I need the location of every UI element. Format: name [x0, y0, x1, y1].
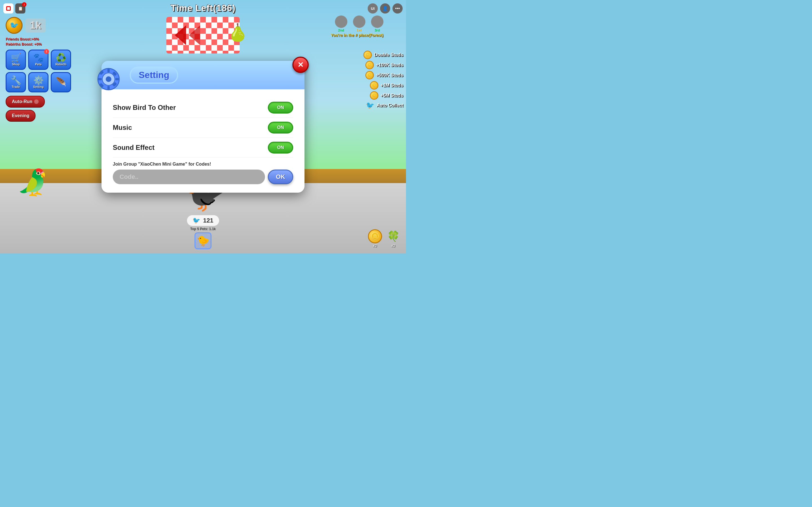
show-bird-label: Show Bird To Other — [113, 104, 176, 112]
modal-body: Show Bird To Other ON Music ON Sound Eff… — [101, 89, 305, 193]
close-modal-button[interactable]: ✕ — [292, 57, 309, 73]
show-bird-toggle-label: ON — [277, 105, 284, 110]
svg-rect-14 — [107, 86, 110, 90]
svg-point-12 — [106, 76, 111, 82]
sound-effect-label: Sound Effect — [113, 144, 154, 152]
code-row: OK — [113, 170, 293, 184]
svg-rect-16 — [115, 78, 119, 80]
ok-button[interactable]: OK — [268, 170, 293, 184]
svg-rect-13 — [107, 68, 110, 72]
show-bird-toggle[interactable]: ON — [268, 102, 293, 114]
sound-effect-toggle[interactable]: ON — [268, 142, 293, 154]
svg-rect-15 — [98, 78, 102, 80]
sound-effect-toggle-label: ON — [277, 145, 284, 150]
setting-row-sound: Sound Effect ON — [113, 138, 293, 158]
code-input[interactable] — [113, 170, 265, 184]
music-toggle-label: ON — [277, 125, 284, 130]
group-join-text: Join Group "XiaoChen Mini Game" for Code… — [113, 162, 293, 167]
setting-modal: Setting ✕ Show Bird To Other ON Music ON — [101, 61, 305, 193]
gear-icon-large — [96, 66, 121, 92]
setting-row-show-bird: Show Bird To Other ON — [113, 98, 293, 118]
music-label: Music — [113, 124, 132, 131]
modal-header: Setting — [101, 61, 305, 89]
modal-overlay: Setting ✕ Show Bird To Other ON Music ON — [0, 0, 406, 253]
modal-title-badge: Setting — [130, 66, 178, 83]
modal-title: Setting — [139, 70, 169, 80]
music-toggle[interactable]: ON — [268, 122, 293, 133]
setting-row-music: Music ON — [113, 118, 293, 138]
